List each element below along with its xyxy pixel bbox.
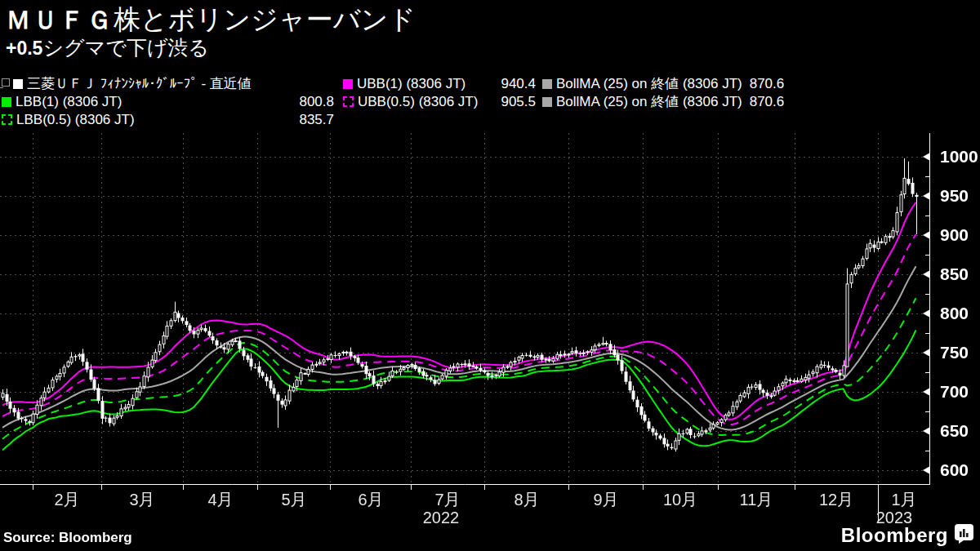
x-axis-month-label: 3月 (116, 489, 168, 511)
x-axis-month-label: 9月 (580, 489, 632, 511)
bloomberg-chart-window: ＭＵＦＧ株とボリンジャーバンド +0.5シグマで下げ渋る 三菱ＵＦＪ ﾌｨﾅﾝｼ… (0, 0, 980, 551)
y-axis-tick-label: 750 (940, 343, 969, 362)
source-credit: Source: Bloomberg (3, 530, 132, 546)
y-axis-tick-label: 850 (940, 264, 969, 284)
y-axis-tick-label: 650 (940, 421, 969, 441)
x-axis-month-label: 5月 (268, 489, 320, 511)
bloomberg-wordmark: Bloomberg (841, 524, 948, 547)
y-axis-tick-label: 950 (940, 186, 969, 206)
y-axis-tick-label: 900 (940, 225, 969, 245)
x-axis-month-label: 10月 (654, 489, 706, 511)
y-axis-tick-label: 800 (940, 304, 969, 323)
x-axis-month-label: 7月 (421, 489, 474, 511)
x-axis-month-label: 6月 (345, 489, 397, 511)
y-axis-tick-label: 700 (940, 382, 969, 402)
bloomberg-chart-bubble-icon (955, 524, 973, 547)
x-axis-year-label: 2022 (412, 509, 470, 527)
x-axis-month-label: 8月 (501, 489, 553, 511)
price-chart-canvas[interactable] (0, 0, 980, 551)
x-axis-month-label: 4月 (194, 489, 247, 511)
y-axis-tick-label: 1000 (940, 147, 978, 167)
x-axis-month-label: 11月 (730, 489, 782, 511)
x-axis-month-label: 1月 (878, 489, 930, 511)
bloomberg-logo: Bloomberg (841, 524, 973, 547)
y-axis-tick-label: 600 (940, 460, 969, 480)
x-axis-month-label: 12月 (810, 489, 862, 511)
x-axis-month-label: 2月 (41, 489, 93, 511)
